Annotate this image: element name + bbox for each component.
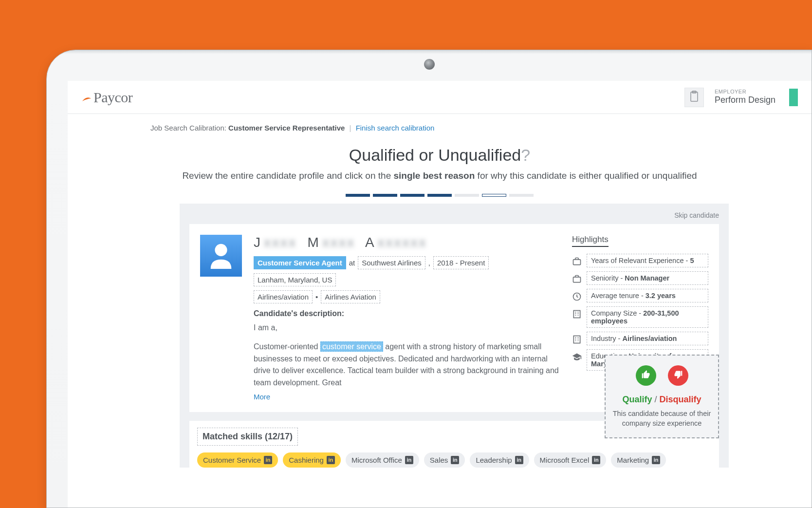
tablet-camera: [424, 59, 435, 70]
progress-bar: [68, 194, 812, 197]
candidate-profile: Jxxxx Mxxxx Axxxxxx Customer Service Age…: [254, 235, 560, 403]
highlight-selectable[interactable]: Industry - Airlines/aviation: [587, 332, 708, 345]
progress-segment: [482, 194, 506, 197]
highlight-row: Average tenure - 3.2 years: [572, 289, 708, 302]
building-icon: [572, 309, 582, 319]
description-highlight-selectable[interactable]: customer service: [320, 341, 383, 352]
clipboard-button[interactable]: [684, 88, 704, 107]
finish-calibration-link[interactable]: Finish search calibration: [356, 124, 435, 132]
disqualify-button[interactable]: [668, 365, 688, 386]
progress-segment: [455, 194, 479, 197]
candidate-company-selectable[interactable]: Southwest Airlines: [358, 256, 425, 269]
highlight-row: Industry - Airlines/aviation: [572, 332, 708, 345]
candidate-industry2-selectable[interactable]: Airlines Aviation: [321, 290, 380, 303]
clock-icon: [572, 292, 582, 301]
skip-candidate-link[interactable]: Skip candidate: [189, 211, 719, 219]
svg-rect-0: [691, 92, 698, 101]
candidate-role-selectable[interactable]: Customer Service Agent: [254, 256, 346, 269]
thumb-up-icon: [641, 370, 651, 381]
breadcrumb: Job Search Calibration: Customer Service…: [68, 124, 812, 132]
decision-description: This candidate because of their company …: [612, 409, 711, 429]
skill-chip[interactable]: Microsoft Excelin: [534, 452, 607, 468]
app-screen: Paycor EMPLOYER Perform Design: [68, 81, 812, 508]
employer-block[interactable]: EMPLOYER Perform Design: [715, 89, 775, 106]
logo-swoosh-icon: [81, 92, 92, 102]
highlights-title: Highlights: [572, 235, 609, 247]
candidate-name: Jxxxx Mxxxx Axxxxxx: [254, 235, 560, 250]
qualify-button[interactable]: [636, 365, 656, 386]
tablet-frame: Paycor EMPLOYER Perform Design: [46, 50, 812, 508]
skill-chip[interactable]: Leadershipin: [470, 452, 529, 468]
breadcrumb-separator: |: [350, 124, 351, 132]
briefcase-icon: [572, 257, 582, 266]
decision-panel: Qualify / Disqualify This candidate beca…: [605, 355, 719, 438]
highlight-row: Seniority - Non Manager: [572, 271, 708, 285]
breadcrumb-prefix: Job Search Calibration:: [150, 124, 226, 132]
linkedin-icon: in: [451, 456, 459, 464]
linkedin-icon: in: [515, 456, 523, 464]
employer-name: Perform Design: [715, 95, 775, 106]
briefcase-icon: [572, 274, 582, 284]
clipboard-icon: [689, 91, 699, 104]
progress-segment: [373, 194, 397, 197]
description-body: I am a, Customer-oriented customer servi…: [254, 322, 560, 403]
avatar: [200, 235, 242, 277]
svg-rect-6: [573, 311, 580, 318]
person-icon: [206, 240, 236, 272]
more-link[interactable]: More: [254, 391, 270, 402]
svg-rect-4: [573, 277, 581, 282]
logo-text: Paycor: [93, 89, 132, 106]
highlight-row: Company Size - 200-31,500 employees: [572, 306, 708, 328]
header-action-button[interactable]: [789, 89, 798, 106]
linkedin-icon: in: [405, 456, 413, 464]
candidate-location-selectable[interactable]: Lanham, Maryland, US: [254, 273, 336, 286]
svg-point-2: [215, 244, 227, 256]
calibration-panel: Skip candidate Jxxxx Mxxxx Axxxxxx: [180, 204, 729, 468]
thumb-down-icon: [673, 370, 683, 381]
highlight-row: Years of Relevant Experience - 5: [572, 254, 708, 267]
skill-chip[interactable]: Salesin: [424, 452, 465, 468]
skill-chip[interactable]: Microsoft Officein: [346, 452, 419, 468]
highlight-selectable[interactable]: Years of Relevant Experience - 5: [587, 254, 708, 267]
progress-segment: [427, 194, 452, 197]
progress-segment: [509, 194, 534, 197]
progress-segment: [346, 194, 370, 197]
candidate-industry1-selectable[interactable]: Airlines/aviation: [254, 290, 313, 303]
description-label: Candidate's description:: [254, 309, 560, 318]
linkedin-icon: in: [652, 456, 660, 464]
linkedin-icon: in: [264, 456, 272, 464]
svg-rect-3: [573, 260, 581, 265]
page-subtitle: Review the entire candidate profile and …: [68, 170, 812, 181]
skill-chip[interactable]: Customer Servicein: [197, 452, 278, 468]
skills-title-selectable[interactable]: Matched skills (12/17): [197, 428, 298, 446]
progress-segment: [400, 194, 424, 197]
content-area: Job Search Calibration: Customer Service…: [68, 114, 812, 468]
page-title: Qualified or Unqualified?: [68, 146, 812, 165]
svg-rect-7: [573, 336, 580, 343]
skill-chip[interactable]: Marketingin: [611, 452, 666, 468]
breadcrumb-job: Customer Service Representative: [228, 124, 345, 132]
candidate-dates-selectable[interactable]: 2018 - Present: [433, 256, 489, 269]
employer-label: EMPLOYER: [715, 89, 775, 95]
top-bar: Paycor EMPLOYER Perform Design: [68, 81, 812, 114]
skill-chip[interactable]: Cashieringin: [283, 452, 341, 468]
linkedin-icon: in: [327, 456, 335, 464]
gradcap-icon: [572, 352, 582, 362]
building-icon: [572, 335, 582, 344]
decision-label: Qualify / Disqualify: [612, 395, 711, 405]
highlight-selectable[interactable]: Seniority - Non Manager: [587, 271, 708, 285]
linkedin-icon: in: [592, 456, 600, 464]
highlight-selectable[interactable]: Company Size - 200-31,500 employees: [587, 306, 708, 328]
logo[interactable]: Paycor: [81, 89, 132, 106]
highlight-selectable[interactable]: Average tenure - 3.2 years: [587, 289, 708, 302]
